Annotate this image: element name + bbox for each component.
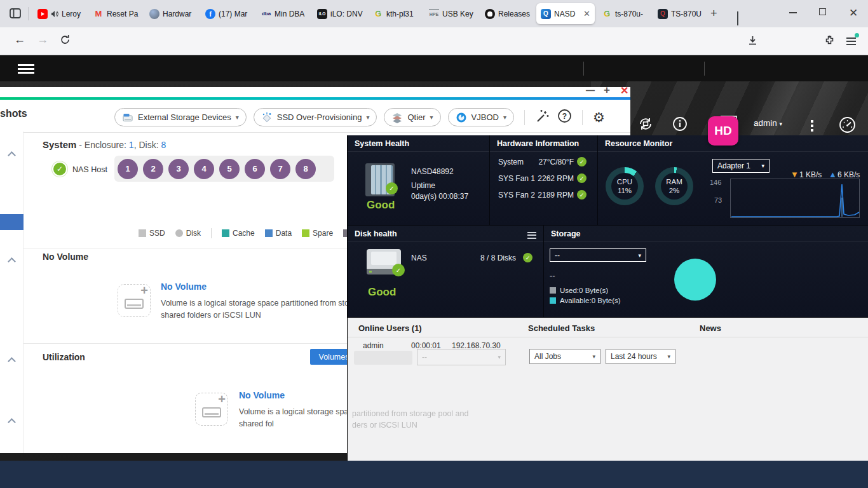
external-disk-icon	[122, 112, 133, 123]
qtier-button[interactable]: Qtier▾	[384, 108, 440, 126]
firefox-view-icon[interactable]	[9, 7, 22, 22]
browser-close-button[interactable]: ✕	[849, 6, 858, 20]
google-icon: G	[602, 9, 612, 19]
tab-label: USB Key	[442, 10, 475, 18]
tab-close-icon[interactable]: ✕	[583, 9, 590, 18]
tab-ts870u-search[interactable]: G ts-870u-	[597, 3, 652, 24]
window-minimize-icon[interactable]: —	[586, 85, 595, 95]
disk-slot-8[interactable]: 8	[295, 159, 316, 179]
nas-host-label: NAS Host	[72, 165, 107, 174]
disk-slot-1[interactable]: 1	[118, 159, 138, 179]
disk-list-icon[interactable]	[527, 230, 536, 240]
dashboard-gauge-icon[interactable]	[839, 116, 856, 136]
no-volume-link[interactable]: No Volume	[161, 281, 207, 292]
help-icon[interactable]: ?	[557, 109, 572, 126]
pill-label: VJBOD	[471, 112, 499, 122]
external-storage-devices-button[interactable]: External Storage Devices▾	[114, 108, 247, 126]
magic-wand-icon[interactable]	[535, 109, 550, 126]
hw-row-value: 2262 RPM	[498, 174, 574, 183]
disk-slot-2[interactable]: 2	[143, 159, 163, 179]
tab-audio-icon[interactable]	[51, 10, 58, 18]
period-filter-select[interactable]: Last 24 hours▾	[606, 349, 675, 364]
toolbar-divider-line	[24, 132, 630, 133]
ssd-diamond-icon	[261, 112, 273, 123]
jobs-filter-select[interactable]: All Jobs▾	[529, 349, 600, 364]
nav-collapse-icon[interactable]	[8, 357, 16, 365]
no-volume-heading: No Volume	[43, 252, 88, 262]
tab-hardware[interactable]: Hardwar	[145, 3, 200, 24]
adapter-value: Adapter 1	[717, 161, 750, 170]
list-all-tabs-icon[interactable]	[737, 10, 738, 25]
left-nav-rail	[0, 132, 24, 453]
legend-cache: Cache	[222, 229, 255, 238]
hpe-icon: HPE	[429, 9, 439, 19]
youtube-icon	[37, 9, 48, 19]
nas-name: NASD48892	[411, 167, 454, 176]
graph-y-tick-1: 146	[710, 179, 721, 186]
tab-nasd-active[interactable]: Q NASD ✕	[536, 3, 595, 24]
user-menu[interactable]: admin ▾	[754, 118, 782, 128]
ssd-over-provisioning-button[interactable]: SSD Over-Provisioning▾	[254, 108, 377, 126]
add-volume-icon[interactable]: +	[118, 284, 151, 317]
page-title-partial: shots	[0, 108, 27, 119]
restart-sync-icon[interactable]	[637, 116, 654, 134]
window-titlebar	[0, 87, 630, 97]
app-menu-icon[interactable]	[846, 36, 856, 47]
disk-slot-7[interactable]: 7	[270, 159, 290, 179]
tab-usb-key[interactable]: HPE USB Key	[424, 3, 479, 24]
nav-collapse-icon[interactable]	[8, 257, 16, 266]
tab-kth[interactable]: G kth-pl31	[369, 3, 423, 24]
storage-pool-select[interactable]: --▾	[550, 248, 646, 262]
browser-maximize-button[interactable]	[819, 8, 826, 15]
nav-collapse-icon[interactable]	[8, 151, 16, 159]
tab-ts870u[interactable]: Q TS-870U	[653, 3, 708, 24]
disk-slot-5[interactable]: 5	[219, 159, 240, 179]
info-icon[interactable]	[672, 116, 688, 134]
no-volume-link[interactable]: No Volume	[239, 390, 285, 400]
hd-station-badge[interactable]: HD	[708, 116, 738, 146]
disk-slot-3[interactable]: 3	[168, 159, 189, 179]
storage-title: Storage	[544, 226, 868, 242]
disk-slot-4[interactable]: 4	[194, 159, 214, 179]
uptime-value: 0day(s) 00:08:37	[411, 192, 468, 201]
tab-min-dba[interactable]: dba Min DBA	[257, 3, 311, 24]
settings-gear-icon[interactable]: ⚙	[593, 111, 605, 124]
reload-icon[interactable]	[60, 34, 71, 48]
disk-health-status: Good	[368, 286, 396, 299]
more-options-icon[interactable]	[811, 118, 813, 133]
uptime-label: Uptime	[411, 181, 435, 190]
disk-host-name: NAS	[411, 254, 427, 262]
hardware-info-title: Hardware Information	[490, 135, 597, 152]
adapter-select[interactable]: Adapter 1▾	[712, 159, 770, 173]
new-tab-button[interactable]: +	[710, 6, 717, 21]
back-icon[interactable]: ←	[14, 33, 25, 46]
tab-label: Releases	[498, 10, 531, 18]
disk-slot-6[interactable]: 6	[245, 159, 265, 179]
tab-label: TS-870U	[671, 10, 703, 18]
ghost-storage-pool-pill	[354, 351, 412, 365]
tab-facebook[interactable]: f (17) Mar	[201, 3, 255, 24]
tab-leroy[interactable]: Leroy	[33, 3, 88, 24]
downloads-icon[interactable]	[747, 35, 758, 49]
window-maximize-icon[interactable]: +	[604, 84, 610, 97]
add-volume-icon[interactable]: +	[195, 393, 228, 426]
download-rate: 1 KB/s	[799, 170, 822, 179]
main-menu-icon[interactable]	[18, 62, 34, 76]
browser-minimize-button[interactable]	[789, 8, 797, 13]
nav-selected-item[interactable]	[0, 214, 24, 230]
window-close-icon[interactable]: ✕	[620, 85, 628, 97]
system-health-status: Good	[367, 199, 395, 212]
legend-disk: Disk	[175, 229, 201, 238]
legend-divider	[211, 228, 212, 238]
qnap-dashboard: System Health ✓ Good NASD48892 Uptime 0d…	[347, 135, 868, 461]
tab-label: Leroy	[62, 10, 83, 18]
pill-label: External Storage Devices	[138, 112, 231, 122]
nav-collapse-icon[interactable]	[8, 418, 16, 426]
vjbod-button[interactable]: VJBOD▾	[448, 108, 514, 126]
tab-releases[interactable]: Releases	[480, 3, 535, 24]
site-icon	[149, 9, 159, 19]
tab-label: iLO: DNV	[330, 10, 363, 18]
tab-reset[interactable]: M Reset Pa	[89, 3, 144, 24]
tab-ilo[interactable]: iLO iLO: DNV	[313, 3, 367, 24]
extensions-icon[interactable]	[824, 35, 835, 49]
